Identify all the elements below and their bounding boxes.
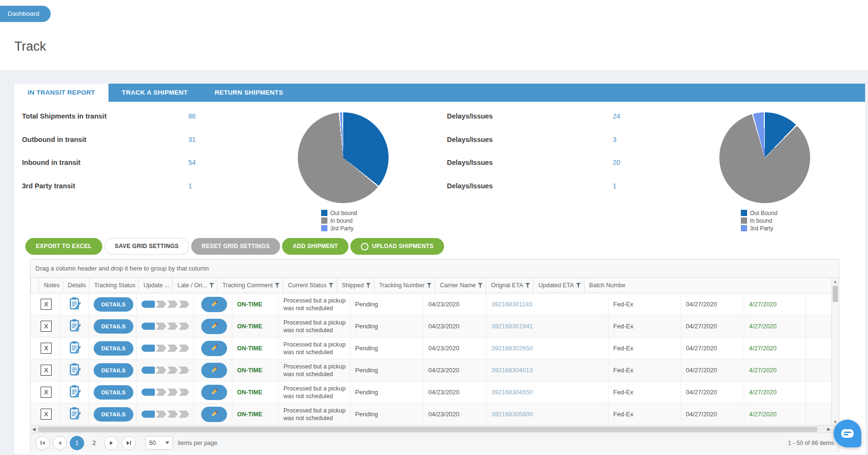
column-header[interactable]: Current Status (282, 278, 336, 293)
pager: 1 2 50 items per page 1 - 50 of 86 items (31, 433, 839, 453)
toolbar-button-label: RESET GRID SETTINGS (202, 238, 270, 255)
breadcrumb[interactable]: Dashboard (0, 6, 51, 22)
stat-value[interactable]: 24 (613, 112, 620, 120)
first-page-button[interactable] (35, 436, 50, 450)
column-header[interactable]: Orignal ETA (486, 278, 533, 293)
stat-value[interactable]: 1 (613, 182, 617, 190)
remove-row-button[interactable]: X (41, 343, 52, 354)
table-row: X (31, 315, 832, 337)
tracking-number-link[interactable]: 392168304013 (491, 367, 533, 374)
remove-row-button[interactable]: X (41, 321, 52, 332)
funnel-icon[interactable] (274, 283, 280, 288)
toolbar-button[interactable]: ↑ SAVE GRID SETTINGS (104, 238, 189, 255)
remove-row-button[interactable]: X (41, 387, 52, 398)
funnel-icon[interactable] (576, 283, 581, 288)
details-button[interactable]: DETAILS (94, 297, 133, 312)
update-button[interactable] (201, 363, 227, 378)
remove-row-button[interactable]: X (41, 299, 52, 310)
stat-value[interactable]: 54 (188, 159, 196, 166)
progress-step (179, 411, 189, 418)
scroll-right-arrow-icon[interactable]: ▶ (825, 426, 832, 433)
column-header[interactable]: Late / On... (172, 278, 217, 293)
notes-icon[interactable] (69, 319, 81, 334)
toolbar-button[interactable]: ↑ UPLOAD SHIPMENTS (350, 238, 444, 255)
column-header[interactable]: Batch Numbe (584, 278, 629, 293)
column-header[interactable]: Shipped (336, 278, 374, 293)
chat-launcher-button[interactable] (834, 420, 861, 447)
details-button[interactable]: DETAILS (94, 363, 133, 378)
stat-row: Inbound in transit 54 (22, 159, 196, 182)
scroll-left-arrow-icon[interactable]: ◀ (31, 426, 37, 433)
stat-row: 3rd Party transit 1 (22, 182, 196, 206)
notes-icon[interactable] (69, 385, 81, 400)
tab[interactable]: IN TRANSIT REPORT (14, 84, 108, 102)
details-button[interactable]: DETAILS (94, 341, 133, 356)
last-page-button[interactable] (121, 436, 136, 450)
notes-icon[interactable] (69, 407, 81, 422)
column-header[interactable]: Notes (39, 278, 63, 293)
funnel-icon[interactable] (477, 283, 483, 288)
legend-swatch (321, 217, 327, 224)
toolbar-button[interactable]: ↑ ADD SHIPMENT (282, 238, 348, 255)
scroll-up-arrow-icon[interactable]: ▲ (832, 278, 839, 285)
column-header[interactable]: Details (63, 278, 89, 293)
column-header[interactable]: Tracking Status (89, 278, 138, 293)
update-button[interactable] (201, 407, 227, 422)
vertical-scrollbar[interactable]: ▲ ▼ (831, 278, 839, 425)
column-header[interactable] (31, 278, 39, 293)
pie-legend-delays: Out Bound In bound 3rd Party (741, 209, 777, 232)
tracking-number-link[interactable]: 392168304550 (491, 389, 533, 396)
toolbar-button[interactable]: ↑ RESET GRID SETTINGS (191, 238, 280, 255)
stat-value[interactable]: 20 (613, 159, 620, 166)
funnel-icon[interactable] (525, 283, 530, 288)
notes-icon[interactable] (69, 363, 81, 378)
remove-row-button[interactable]: X (41, 365, 52, 376)
previous-page-button[interactable] (53, 436, 67, 450)
notes-icon[interactable] (69, 341, 81, 356)
page-number-button[interactable]: 1 (70, 436, 84, 450)
tab[interactable]: TRACK A SHIPMENT (108, 84, 201, 102)
tracking-comment: Processed but a pickup was not scheduled (283, 385, 347, 400)
funnel-icon[interactable] (209, 283, 214, 288)
stat-value[interactable]: 31 (188, 136, 196, 143)
horizontal-scrollbar[interactable]: ◀ ▶ (31, 425, 840, 433)
vertical-scroll-thumb[interactable] (833, 286, 838, 302)
details-button[interactable]: DETAILS (94, 385, 133, 400)
column-header[interactable]: Tracking Number (374, 278, 434, 293)
update-button[interactable] (201, 341, 227, 356)
stat-label: Delays/Issues (447, 112, 613, 120)
tracking-number-link[interactable]: 392168305800 (491, 411, 533, 418)
stat-value[interactable]: 1 (188, 182, 192, 190)
tab[interactable]: RETURN SHIPMENTS (201, 84, 297, 102)
tracking-number-link[interactable]: 392168301941 (491, 323, 533, 330)
current-status: Pending (355, 367, 378, 374)
page-size-select[interactable]: 50 (145, 436, 173, 450)
column-header[interactable]: Updated ETA (533, 278, 584, 293)
notes-icon[interactable] (69, 297, 81, 312)
horizontal-scroll-thumb[interactable] (38, 427, 817, 432)
funnel-icon[interactable] (366, 283, 371, 288)
tracking-number-link[interactable]: 392168301183 (491, 301, 532, 308)
column-header[interactable]: Carrier Name (434, 278, 486, 293)
stat-value[interactable]: 3 (613, 136, 617, 143)
tracking-number-link[interactable]: 392168302650 (491, 345, 533, 352)
next-page-button[interactable] (104, 436, 119, 450)
toolbar-button[interactable]: ↑ EXPORT TO EXCEL (25, 238, 102, 255)
legend-item: 3rd Party (741, 225, 777, 232)
funnel-icon[interactable] (426, 283, 432, 288)
update-button[interactable] (201, 319, 227, 334)
column-header[interactable]: Update ... (138, 278, 172, 293)
legend-label: In bound (750, 217, 772, 224)
tab-label: TRACK A SHIPMENT (122, 89, 188, 96)
page-number-button[interactable]: 2 (87, 436, 101, 450)
column-header[interactable]: Tracking Comment (217, 278, 282, 293)
remove-row-button[interactable]: X (41, 409, 52, 420)
stat-value[interactable]: 86 (188, 112, 196, 120)
update-button[interactable] (201, 297, 227, 312)
group-by-hint[interactable]: Drag a column header and drop it here to… (31, 260, 839, 278)
details-button[interactable]: DETAILS (94, 407, 133, 422)
funnel-icon[interactable] (328, 283, 334, 288)
legend-label: 3rd Party (750, 225, 773, 232)
details-button[interactable]: DETAILS (94, 319, 133, 334)
update-button[interactable] (201, 385, 227, 400)
